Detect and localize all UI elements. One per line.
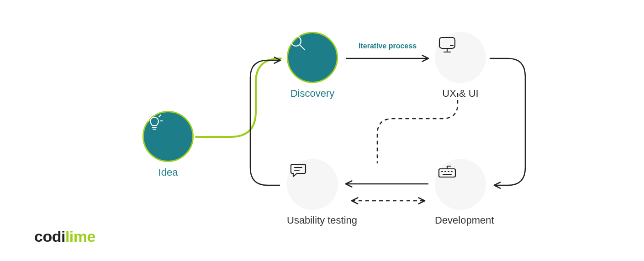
development-disc <box>435 159 486 210</box>
svg-rect-15 <box>439 169 455 177</box>
discovery-disc <box>287 32 338 83</box>
brand-logo-part2: lime <box>65 228 95 245</box>
node-uxui: UX & UI <box>435 32 486 99</box>
usability-disc <box>287 159 338 210</box>
idea-label: Idea <box>143 167 194 178</box>
idea-disc <box>143 111 194 162</box>
edge-uxui-to-usability-dashed <box>377 93 458 163</box>
node-discovery: Discovery <box>287 32 338 99</box>
brand-logo-part1: codi <box>34 228 65 245</box>
node-idea: Idea <box>143 111 194 178</box>
brand-logo: codilime <box>34 228 95 245</box>
discovery-label: Discovery <box>287 88 338 99</box>
uxui-disc <box>435 32 486 83</box>
svg-line-8 <box>300 45 305 50</box>
node-usability: Usability testing <box>287 159 357 226</box>
svg-line-5 <box>148 115 150 117</box>
diagram-canvas: Idea Discovery <box>0 0 644 261</box>
edge-uxui-to-development <box>490 58 525 185</box>
svg-line-6 <box>159 115 161 117</box>
edge-idea-to-discovery <box>196 58 281 137</box>
development-label: Development <box>435 214 494 226</box>
uxui-label: UX & UI <box>435 88 486 99</box>
svg-point-7 <box>291 36 301 46</box>
node-development: Development <box>435 159 494 226</box>
svg-rect-9 <box>439 37 455 48</box>
usability-label: Usability testing <box>287 214 357 226</box>
edge-label-iterative: Iterative process <box>359 42 417 50</box>
